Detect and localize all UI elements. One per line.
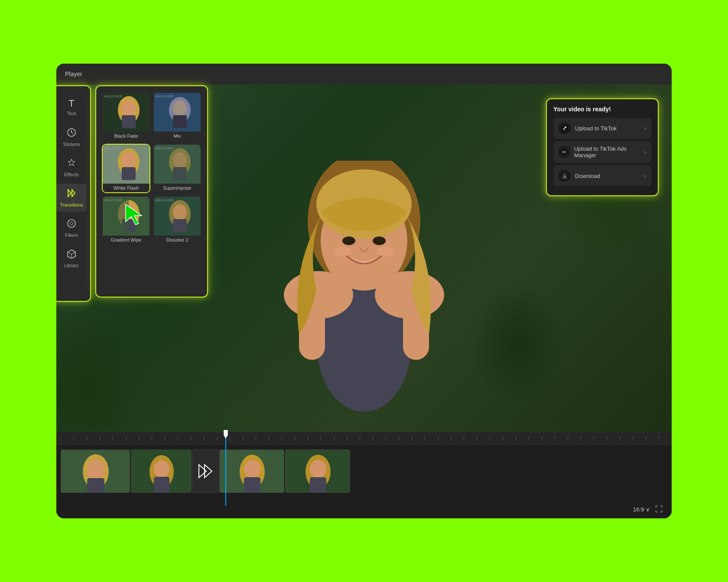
svg-point-10 [373, 236, 386, 245]
timeline-clip-1[interactable] [61, 449, 130, 493]
svg-marker-35 [68, 190, 71, 197]
gradient-wipe-label: Gradient Wipe [103, 236, 150, 244]
timeline-clip-3[interactable] [219, 449, 284, 493]
white-flash-thumb: HOLLY>OOD [103, 145, 150, 184]
upload-tiktok-text: Upload to TikTok [575, 125, 617, 132]
filter-icon [67, 219, 76, 228]
svg-text:HOLLY>OOD: HOLLY>OOD [155, 199, 173, 202]
svg-point-15 [87, 460, 104, 479]
transition-marker[interactable] [192, 449, 218, 493]
svg-point-37 [68, 220, 75, 227]
svg-rect-30 [310, 477, 326, 493]
sidebar-label-stickers: Stickers [63, 142, 80, 147]
upload-tiktok-action[interactable]: Upload to TikTok › [553, 118, 651, 139]
svg-point-45 [122, 100, 136, 116]
playhead[interactable] [225, 432, 226, 506]
tiktok-ads-icon [559, 146, 570, 158]
timeline-area: 16:9 ∨ ⛶ [56, 432, 672, 518]
text-icon: T [68, 98, 74, 109]
download-text: Download [575, 173, 600, 179]
timeline-controls: 16:9 ∨ ⛶ [633, 505, 663, 514]
clip-thumbnail-4 [286, 450, 350, 492]
sidebar-item-text[interactable]: T Text [56, 93, 87, 121]
timeline-clips [56, 445, 672, 497]
fullscreen-button[interactable]: ⛶ [655, 505, 663, 514]
sidebar-item-transitions[interactable]: Transitions [56, 184, 87, 212]
svg-marker-34 [68, 159, 75, 166]
filters-icon [67, 219, 76, 231]
white-flash-label: White Flash [103, 184, 150, 192]
aspect-ratio-button[interactable]: 16:9 ∨ [633, 506, 650, 513]
superimpose-label: Superimpose [154, 184, 201, 192]
transitions-symbol [67, 188, 76, 198]
timeline-clip-4[interactable] [285, 449, 350, 493]
sidebar-item-stickers[interactable]: Stickers [56, 123, 87, 151]
transition-card-dissolve-2[interactable]: HOLLY>OOD Dissolve 2 [154, 197, 201, 244]
svg-line-40 [72, 252, 75, 254]
dissolve-2-label: Dissolve 2 [154, 236, 201, 244]
transitions-grid: HOLLY>OOD Black Fade HOLLY>OOD Mix [103, 93, 201, 244]
transitions-icon [67, 188, 76, 200]
svg-text:HOLLY>OOD: HOLLY>OOD [155, 95, 173, 98]
popup-title: Your video is ready! [553, 106, 651, 113]
superimpose-thumb: HOLLY>OOD [154, 145, 201, 184]
download-action[interactable]: Download › [553, 165, 651, 186]
black-fade-thumb: HOLLY>OOD [103, 93, 150, 132]
transition-card-superimpose[interactable]: HOLLY>OOD Superimpose [154, 145, 201, 192]
transition-card-white-flash[interactable]: HOLLY>OOD White Flash [103, 145, 150, 192]
svg-point-25 [244, 460, 260, 478]
woman-figure-svg [256, 161, 472, 442]
upload-tiktok-ads-action[interactable]: Upload to TikTok Ads Manager › [553, 141, 651, 163]
download-icon [559, 170, 571, 182]
black-fade-preview: HOLLY>OOD [103, 93, 150, 132]
svg-rect-80 [563, 152, 566, 152]
timeline-marks [61, 436, 667, 441]
svg-point-50 [173, 100, 187, 116]
svg-point-56 [122, 152, 136, 168]
svg-marker-36 [72, 190, 75, 197]
sidebar-item-effects[interactable]: Effects [56, 153, 87, 181]
sidebar-item-filters[interactable]: Filters [56, 214, 87, 242]
transition-card-mix[interactable]: HOLLY>OOD Mix [154, 93, 201, 140]
clip-1-preview [61, 450, 130, 493]
svg-rect-46 [122, 115, 136, 128]
transition-icon [197, 462, 214, 480]
tiktok-ads-logo [561, 149, 568, 155]
main-container: Player [56, 64, 672, 518]
upload-tiktok-ads-arrow: › [644, 149, 646, 155]
svg-rect-16 [87, 478, 104, 493]
sidebar-label-filters: Filters [65, 233, 78, 238]
download-arrow: › [644, 172, 646, 179]
video-ready-popup: Your video is ready! Upload to TikTok › [546, 98, 659, 196]
sidebar-label-transitions: Transitions [60, 202, 83, 207]
clip-3-preview [220, 450, 284, 493]
tiktok-logo [561, 125, 568, 132]
upload-tiktok-arrow: › [644, 125, 646, 132]
upload-tiktok-left: Upload to TikTok [559, 122, 617, 134]
sidebar-label-text: Text [67, 111, 76, 116]
upload-tiktok-ads-left: Upload to TikTok Ads Manager [559, 146, 644, 158]
clip-thumbnail-1 [61, 450, 130, 492]
clock-icon [67, 128, 76, 137]
timeline-ruler [56, 432, 672, 445]
svg-rect-74 [173, 219, 187, 232]
player-header: Player [56, 64, 672, 84]
clip-4-preview [286, 450, 350, 493]
svg-point-73 [173, 204, 187, 220]
svg-point-29 [310, 460, 326, 478]
mix-thumb: HOLLY>OOD [154, 93, 201, 132]
dissolve-2-preview: HOLLY>OOD [154, 197, 201, 236]
svg-text:HOLLY>OOD: HOLLY>OOD [104, 95, 122, 98]
svg-rect-57 [122, 167, 136, 180]
svg-line-33 [72, 133, 73, 134]
sidebar-item-library[interactable]: Library [56, 244, 87, 272]
transition-card-black-fade[interactable]: HOLLY>OOD Black Fade [103, 93, 150, 140]
timeline-clip-2[interactable] [131, 449, 192, 493]
svg-text:HOLLY>OOD: HOLLY>OOD [155, 147, 173, 150]
player-title: Player [65, 71, 82, 78]
star-icon [67, 158, 76, 168]
svg-line-41 [68, 252, 72, 254]
sidebar-label-effects: Effects [64, 172, 78, 177]
svg-text:HOLLY>OOD: HOLLY>OOD [104, 147, 122, 150]
svg-point-11 [334, 246, 351, 257]
